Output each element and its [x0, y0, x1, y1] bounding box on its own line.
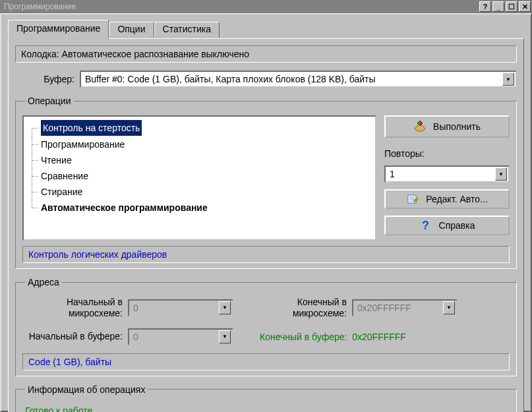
edit-auto-label: Редакт. Авто... [426, 194, 487, 204]
chevron-down-icon[interactable] [495, 167, 507, 181]
addresses-legend: Адреса [25, 277, 62, 287]
repeats-value: 1 [390, 169, 495, 179]
minimize-button[interactable]: _ [492, 1, 504, 12]
chip-icon [413, 120, 427, 133]
tree-item-read[interactable]: Чтение [24, 152, 375, 168]
close-button[interactable]: ✕ [519, 1, 531, 12]
execute-label: Выполнить [433, 121, 481, 132]
info-status: Готово к работе [22, 404, 510, 412]
operations-legend: Операции [25, 96, 74, 106]
buffer-label: Буфер: [15, 74, 74, 84]
tab-programming[interactable]: Программирование [8, 20, 109, 39]
end-chip-label: Конечный в микросхеме: [260, 297, 352, 319]
info-legend: Информация об операциях [25, 384, 148, 395]
end-chip-dropdown[interactable]: 0x20FFFFFF [352, 299, 458, 316]
help-label: Справка [439, 220, 475, 231]
chevron-down-icon[interactable] [502, 73, 514, 86]
tree-item-program[interactable]: Программирование [24, 136, 375, 152]
window-title: Программирование [4, 2, 479, 11]
main-panel: Колодка: Автоматическое распознавание вы… [8, 38, 524, 412]
start-chip-value: 0 [133, 303, 219, 313]
start-buf-value: 0 [133, 332, 219, 342]
start-chip-dropdown[interactable]: 0 [128, 299, 233, 316]
tree-item-auto[interactable]: Автоматическое программирование [24, 200, 375, 216]
buffer-dropdown[interactable]: Buffer #0: Code (1 GB), байты, Карта пло… [80, 71, 517, 88]
chevron-down-icon[interactable] [219, 301, 231, 314]
buffer-value: Buffer #0: Code (1 GB), байты, Карта пло… [85, 74, 502, 84]
titlebar: Программирование ? _ ☐ ✕ [0, 0, 532, 13]
tree-item-erase[interactable]: Стирание [24, 184, 375, 200]
tab-options[interactable]: Опции [109, 22, 154, 38]
start-chip-label: Начальный в микросхеме: [22, 297, 128, 319]
chevron-down-icon[interactable] [219, 330, 231, 343]
repeats-label: Повторы: [384, 148, 510, 159]
end-chip-value: 0x20FFFFFF [357, 303, 443, 313]
start-buf-dropdown[interactable]: 0 [128, 328, 233, 345]
addresses-footer: Code (1 GB), байты [22, 353, 510, 370]
repeats-dropdown[interactable]: 1 [384, 165, 510, 183]
question-icon: ? [419, 219, 432, 232]
tree-item-blank-check[interactable]: Контроль на стертость [24, 119, 375, 136]
tab-bar: Программирование Опции Статистика [8, 20, 524, 38]
start-buf-label: Начальный в буфере: [22, 331, 128, 342]
help-button[interactable]: ? [479, 1, 491, 12]
edit-icon [406, 192, 419, 206]
addresses-group: Адреса Начальный в микросхеме: 0 Конечны… [15, 277, 517, 376]
chevron-down-icon[interactable] [443, 301, 455, 314]
operations-footer: Контроль логических драйверов [22, 246, 510, 263]
operations-group: Операции Контроль на стертость Программи… [15, 96, 517, 269]
maximize-button[interactable]: ☐ [506, 1, 517, 12]
end-buf-text: Конечный в буфере: 0x20FFFFFF [260, 332, 458, 342]
operations-tree[interactable]: Контроль на стертость Программирование Ч… [22, 115, 376, 241]
edit-auto-button[interactable]: Редакт. Авто... [384, 189, 510, 209]
execute-button[interactable]: Выполнить [384, 115, 510, 138]
info-group: Информация об операциях Готово к работе [15, 384, 517, 412]
tree-item-verify[interactable]: Сравнение [24, 168, 375, 184]
help-button[interactable]: ? Справка [384, 216, 510, 235]
socket-status: Колодка: Автоматическое распознавание вы… [15, 45, 517, 63]
tab-statistics[interactable]: Статистика [154, 22, 220, 38]
